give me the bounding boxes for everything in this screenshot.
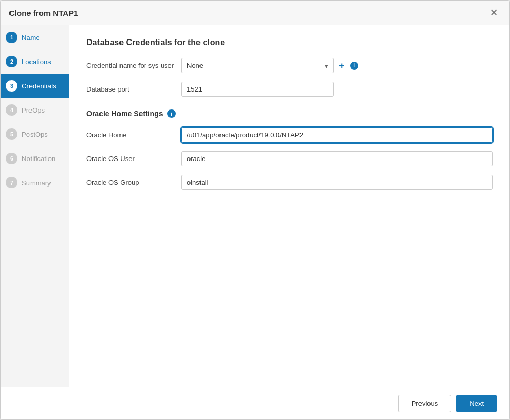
credential-select-wrapper: None — [181, 58, 334, 73]
oracle-home-settings-title: Oracle Home Settings — [86, 109, 163, 118]
db-credentials-title: Database Credentials for the clone — [86, 38, 493, 47]
step-num-1: 1 — [6, 32, 17, 43]
sidebar-item-summary[interactable]: 7 Summary — [1, 171, 69, 195]
sidebar-label-name: Name — [22, 34, 40, 42]
sidebar: 1 Name 2 Locations 3 Credentials 4 PreOp… — [1, 25, 69, 387]
sidebar-label-summary: Summary — [22, 179, 51, 187]
sidebar-item-name[interactable]: 1 Name — [1, 25, 69, 49]
oracle-home-group: Oracle Home — [86, 127, 493, 143]
step-num-5: 5 — [6, 128, 17, 140]
database-port-group: Database port — [86, 82, 493, 97]
oracle-os-group-control — [181, 175, 493, 190]
sidebar-label-notification: Notification — [22, 155, 55, 163]
dialog-body: 1 Name 2 Locations 3 Credentials 4 PreOp… — [1, 25, 509, 387]
sidebar-label-postops: PostOps — [22, 131, 48, 138]
oracle-os-user-label: Oracle OS User — [86, 155, 181, 163]
main-content: Database Credentials for the clone Crede… — [69, 25, 509, 387]
oracle-os-group-group: Oracle OS Group — [86, 175, 493, 190]
next-button[interactable]: Next — [456, 395, 497, 412]
oracle-os-user-group: Oracle OS User — [86, 151, 493, 166]
oracle-os-user-input[interactable] — [181, 151, 493, 166]
oracle-os-group-input[interactable] — [181, 175, 493, 190]
oracle-home-input[interactable] — [181, 127, 493, 143]
sidebar-item-postops[interactable]: 5 PostOps — [1, 122, 69, 146]
oracle-home-control — [181, 127, 493, 143]
credential-name-select[interactable]: None — [181, 58, 334, 73]
credential-name-label: Credential name for sys user — [86, 62, 181, 69]
sidebar-label-preops: PreOps — [22, 106, 45, 114]
close-button[interactable]: ✕ — [487, 7, 501, 18]
dialog-footer: Previous Next — [1, 387, 509, 419]
step-num-4: 4 — [6, 104, 17, 116]
step-num-3: 3 — [6, 80, 17, 92]
database-port-input[interactable] — [181, 82, 334, 97]
dialog-title: Clone from NTAP1 — [9, 8, 78, 17]
database-port-control — [181, 82, 493, 97]
oracle-home-settings-header: Oracle Home Settings i — [86, 109, 493, 118]
dialog-header: Clone from NTAP1 ✕ — [1, 1, 509, 25]
sidebar-item-credentials[interactable]: 3 Credentials — [1, 74, 69, 98]
sidebar-label-credentials: Credentials — [22, 82, 56, 90]
sidebar-item-locations[interactable]: 2 Locations — [1, 49, 69, 74]
database-port-label: Database port — [86, 85, 181, 93]
sidebar-label-locations: Locations — [22, 58, 51, 66]
oracle-os-user-control — [181, 151, 493, 166]
step-num-7: 7 — [6, 177, 17, 188]
sidebar-item-preops[interactable]: 4 PreOps — [1, 98, 69, 122]
credential-info-icon[interactable]: i — [350, 62, 358, 70]
sidebar-item-notification[interactable]: 6 Notification — [1, 146, 69, 171]
step-num-6: 6 — [6, 153, 17, 164]
clone-dialog: Clone from NTAP1 ✕ 1 Name 2 Locations 3 … — [0, 0, 510, 420]
oracle-os-group-label: Oracle OS Group — [86, 178, 181, 186]
credential-name-control: None + i — [181, 58, 493, 73]
previous-button[interactable]: Previous — [398, 395, 452, 412]
oracle-home-label: Oracle Home — [86, 131, 181, 139]
add-credential-button[interactable]: + — [338, 61, 346, 71]
step-num-2: 2 — [6, 56, 17, 67]
oracle-home-settings-info-icon[interactable]: i — [167, 109, 176, 118]
credential-name-group: Credential name for sys user None + i — [86, 58, 493, 73]
